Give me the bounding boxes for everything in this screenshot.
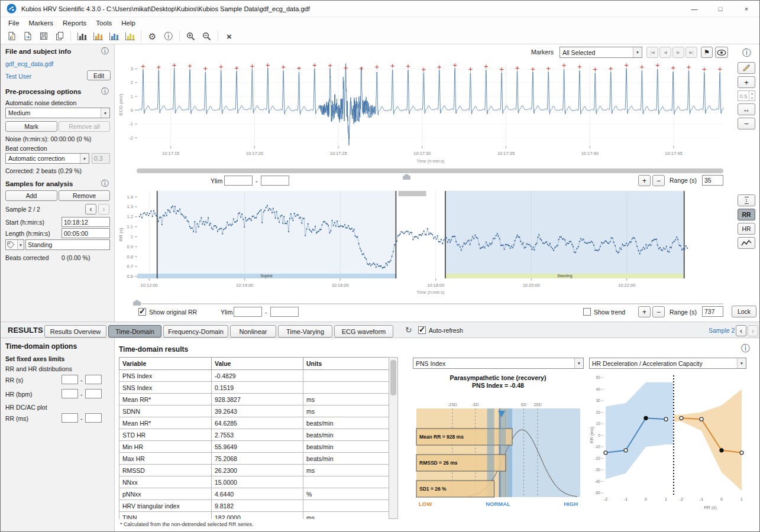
prev-sample-button[interactable]: ‹ — [85, 204, 96, 215]
save-button[interactable] — [36, 30, 51, 43]
trend-view-button[interactable] — [738, 237, 755, 249]
minimize-button[interactable]: — — [681, 1, 707, 17]
hr-view-button[interactable]: HR — [738, 223, 755, 235]
ecg-ylim-max-input[interactable] — [261, 176, 289, 186]
new-report-button[interactable] — [4, 30, 19, 43]
markers-select[interactable]: All Selected ▼ — [560, 47, 642, 58]
tab-time-varying[interactable]: Time-Varying — [278, 325, 332, 338]
tab-ecg-waveform[interactable]: ECG waveform — [334, 325, 393, 338]
plots-help-icon[interactable]: ⓘ — [742, 48, 751, 57]
tab-results-overview[interactable]: Results Overview — [44, 325, 106, 338]
info-button[interactable]: ⓘ — [161, 30, 176, 43]
refresh-icon[interactable]: ↻ — [405, 326, 412, 334]
hr-bpm-max-input[interactable] — [85, 389, 102, 398]
table-scrollbar[interactable] — [389, 357, 398, 519]
first-marker-button[interactable]: |◀ — [646, 47, 658, 58]
report-black-button[interactable] — [75, 30, 89, 43]
report-blue-button[interactable] — [106, 30, 121, 43]
ecg-scrollbar[interactable] — [137, 168, 723, 173]
results-next-sample-button[interactable]: › — [748, 325, 758, 336]
ecg-range-input[interactable] — [702, 175, 723, 186]
menu-help[interactable]: Help — [117, 20, 140, 27]
ecg-plot[interactable]: 10:17:1510:17:2010:17:2510:17:3010:17:35… — [115, 60, 735, 167]
rr-ms-label: RR (ms) — [5, 415, 28, 422]
add-sample-button[interactable]: Add — [5, 190, 57, 201]
ecg-range-increase-button[interactable]: + — [638, 175, 651, 186]
remove-all-noise-button[interactable]: Remove all — [59, 121, 110, 132]
show-trend-checkbox[interactable] — [583, 308, 591, 316]
open-file-link[interactable]: gdf_ecg_data.gdf — [5, 60, 53, 67]
rr-range-input[interactable] — [702, 306, 723, 317]
rr-autoscale-button[interactable]: ↕ — [738, 194, 755, 206]
results-help-icon[interactable]: ⓘ — [741, 343, 750, 352]
beat-correction-select[interactable]: Automatic correction ▼ — [5, 153, 89, 164]
ecg-zoom-out-button[interactable]: − — [738, 118, 755, 129]
rr-ylim-max-input[interactable] — [270, 307, 299, 317]
report-yellow-button[interactable] — [122, 30, 137, 43]
sample-type-input[interactable] — [25, 239, 110, 250]
auto-refresh-checkbox[interactable] — [418, 326, 426, 334]
rr-range-decrease-button[interactable]: − — [652, 306, 665, 317]
remove-sample-button[interactable]: Remove — [59, 190, 110, 201]
results-prev-sample-button[interactable]: ‹ — [736, 325, 746, 336]
show-original-rr-checkbox[interactable] — [138, 308, 146, 316]
edit-subject-button[interactable]: Edit — [87, 70, 111, 80]
menu-file[interactable]: File — [4, 20, 24, 27]
rr-view-button[interactable]: RR — [738, 209, 755, 220]
rr-s-min-input[interactable] — [62, 375, 78, 384]
lock-button[interactable]: Lock — [732, 306, 756, 317]
maximize-button[interactable]: □ — [707, 1, 733, 17]
zoom-out-button[interactable] — [199, 30, 214, 43]
rr-s-max-input[interactable] — [85, 375, 102, 384]
menu-tools[interactable]: Tools — [91, 20, 117, 27]
sample-tag-select[interactable]: ▼ — [5, 239, 24, 250]
rr-range-increase-button[interactable]: + — [638, 306, 651, 317]
menu-reports[interactable]: Reports — [58, 20, 91, 27]
samples-help-icon[interactable]: ⓘ — [101, 180, 109, 187]
export-button[interactable] — [20, 30, 35, 43]
last-marker-button[interactable]: ▶| — [685, 47, 697, 58]
close-file-button[interactable]: × — [222, 30, 237, 43]
dcac-panel-select[interactable]: HR Deceleration / Acceleration Capacity … — [589, 358, 746, 369]
rr-ms-max-input[interactable] — [85, 413, 102, 423]
start-time-input[interactable] — [62, 217, 110, 227]
mark-noise-button[interactable]: Mark — [5, 121, 57, 132]
noise-level-select[interactable]: Medium ▼ — [5, 108, 110, 118]
ecg-fit-width-button[interactable]: ↔ — [738, 103, 755, 115]
rr-plot[interactable]: 10:12:0010:14:0010:16:0010:18:0010:20:00… — [115, 189, 735, 300]
length-input[interactable] — [62, 228, 110, 238]
tab-nonlinear[interactable]: Nonlinear — [230, 325, 276, 338]
stepper-arrows[interactable]: ▲ ▼ — [749, 91, 755, 100]
table-scrollbar-thumb[interactable] — [390, 360, 396, 395]
ecg-scroll-handle[interactable] — [403, 174, 410, 180]
zoom-in-button[interactable] — [183, 30, 198, 43]
rr-ylim-min-input[interactable] — [234, 307, 262, 317]
settings-button[interactable]: ⚙ — [145, 30, 160, 43]
rr-ms-min-input[interactable] — [62, 413, 78, 423]
ecg-range-decrease-button[interactable]: − — [652, 175, 665, 186]
step-down-icon[interactable]: ▼ — [749, 96, 755, 100]
preprocessing-help-icon[interactable]: ⓘ — [101, 87, 109, 95]
pns-panel-select[interactable]: PNS Index ▼ — [413, 358, 584, 369]
ecg-zoom-in-button[interactable]: + — [738, 76, 755, 88]
tab-time-domain[interactable]: Time-Domain — [108, 325, 161, 338]
ecg-ylim-min-input[interactable] — [224, 176, 253, 186]
rr-slider-track[interactable] — [137, 303, 723, 304]
report-orange-button[interactable] — [90, 30, 105, 43]
step-up-icon[interactable]: ▲ — [749, 91, 755, 96]
tab-frequency-domain[interactable]: Frequency-Domain — [163, 325, 228, 338]
prev-marker-button[interactable]: ◀ — [659, 47, 671, 58]
edit-beats-button[interactable] — [738, 62, 755, 74]
show-markers-button[interactable] — [715, 47, 728, 58]
copy-results-button[interactable] — [52, 30, 67, 43]
hr-bpm-min-input[interactable] — [62, 389, 78, 398]
rr-slider-handle[interactable] — [133, 300, 141, 306]
ecg-scale-stepper[interactable]: 0.5 ▲ ▼ — [738, 90, 755, 101]
add-marker-button[interactable]: ⚑ — [701, 47, 713, 58]
menu-markers[interactable]: Markers — [24, 20, 59, 27]
correction-threshold-input[interactable] — [92, 153, 110, 164]
next-marker-button[interactable]: ▶ — [672, 47, 684, 58]
next-sample-button[interactable]: › — [98, 204, 109, 215]
file-info-help-icon[interactable]: ⓘ — [101, 47, 109, 55]
close-button[interactable]: × — [733, 1, 759, 17]
